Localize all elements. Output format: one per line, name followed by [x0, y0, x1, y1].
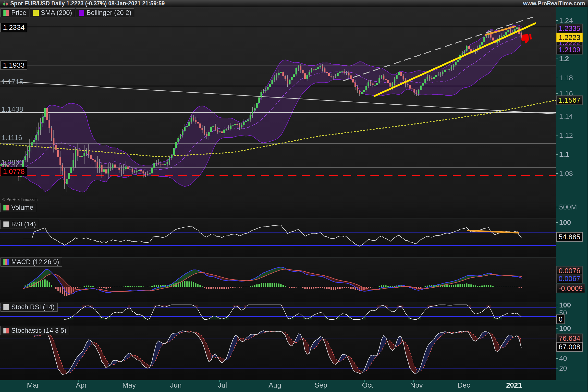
legend-label: Bollinger (20 2)	[86, 9, 131, 17]
legend-rsi[interactable]: RSI (14)	[0, 220, 39, 229]
month-label: Mar	[27, 381, 39, 389]
right-axis-label: 20	[559, 365, 567, 372]
right-axis-label: 1.14	[559, 113, 573, 120]
legend-label: Price	[11, 9, 26, 17]
legend-row: Volume	[0, 203, 36, 212]
price-level-label[interactable]: 1.0778	[0, 167, 27, 176]
right-axis-label: 1.2335	[556, 24, 583, 33]
right-axis-label: 1.2223	[556, 33, 583, 42]
chart-title-bar: Spot EUR/USD Daily 1.2223 (-0.37%) 08-Ja…	[0, 0, 588, 7]
right-axis-label: 100	[559, 325, 571, 332]
month-label: Apr	[76, 381, 87, 389]
price-swatch-icon	[4, 10, 9, 16]
macd-swatch-icon	[4, 259, 9, 265]
month-label: May	[122, 381, 136, 389]
legend-price[interactable]: Price	[0, 8, 30, 18]
price-level-label: 1.1116	[2, 134, 22, 141]
legend-row: RSI (14)	[0, 220, 39, 229]
price-level-label: 1.1438	[2, 106, 23, 113]
thumbs-down-annotation[interactable]	[520, 32, 533, 46]
right-axis-label: 0.0067	[556, 274, 583, 284]
trading-platform-window: Spot EUR/USD Daily 1.2223 (-0.37%) 08-Ja…	[0, 0, 588, 392]
month-label: Aug	[268, 381, 281, 389]
month-label: Jun	[170, 381, 182, 389]
right-axis-label: 1.24	[559, 17, 573, 24]
sma-swatch-icon	[33, 10, 39, 16]
stochrsi-swatch-icon	[4, 304, 9, 310]
volume-swatch-icon	[4, 205, 9, 210]
legend-row: PriceSMA (200)Bollinger (20 2)	[0, 8, 134, 18]
legend-stochrsi[interactable]: Stoch RSI (14)	[0, 302, 58, 312]
legend-label: RSI (14)	[11, 220, 36, 228]
legend-volume[interactable]: Volume	[0, 203, 36, 212]
right-axis-label: 1.18	[559, 74, 573, 82]
month-label: Sep	[314, 381, 327, 389]
bollinger-swatch-icon	[79, 10, 84, 16]
month-label: Dec	[458, 381, 470, 389]
legend-stoch[interactable]: Stochastic (14 3 5)	[0, 326, 69, 335]
price-level-label[interactable]: 1.2334	[0, 23, 27, 32]
right-axis-label: 1.1	[559, 151, 569, 158]
price-level-label: 1.1715	[2, 78, 23, 86]
right-axis-label: 54.885	[556, 232, 583, 242]
legend-label: SMA (200)	[41, 9, 72, 17]
right-axis-label: 500M	[559, 204, 577, 211]
right-axis-label: 100	[559, 219, 571, 226]
chart-canvas[interactable]	[0, 0, 588, 392]
month-label: 2021	[506, 381, 522, 389]
right-axis-label: -0.0009	[556, 284, 585, 293]
legend-row: MACD (12 26 9)	[0, 258, 62, 266]
legend-sma[interactable]: SMA (200)	[30, 8, 75, 18]
legend-label: Stochastic (14 3 5)	[11, 327, 66, 334]
right-axis-label: 0	[556, 314, 565, 324]
right-axis-label: 76.634	[556, 334, 583, 343]
month-label: Nov	[410, 381, 423, 389]
legend-label: Stoch RSI (14)	[11, 303, 55, 311]
legend-row: Stoch RSI (14)	[0, 302, 58, 312]
right-axis-label: 1.2	[559, 55, 569, 62]
month-label: Jul	[218, 381, 227, 389]
legend-label: Volume	[11, 204, 33, 212]
thumbs-down-icon	[520, 32, 533, 45]
website-link[interactable]: www.ProRealTime.com	[523, 0, 585, 7]
right-axis-label: 40	[559, 355, 567, 362]
candlestick-icon	[3, 1, 8, 6]
right-axis-label: 67.008	[556, 342, 583, 352]
rsi-swatch-icon	[4, 222, 9, 227]
legend-label: MACD (12 26 9)	[11, 258, 59, 266]
legend-row: Stochastic (14 3 5)	[0, 326, 69, 335]
legend-macd[interactable]: MACD (12 26 9)	[0, 258, 62, 266]
month-label: Oct	[362, 381, 373, 389]
right-axis-label: 1.1567	[556, 96, 583, 105]
right-axis-label: 1.12	[559, 132, 573, 139]
legend-bollinger[interactable]: Bollinger (20 2)	[76, 8, 134, 18]
right-axis-label: 1.08	[559, 170, 573, 177]
watermark: © ProRealTime.com	[2, 198, 38, 202]
chart-title: Spot EUR/USD Daily 1.2223 (-0.37%) 08-Ja…	[10, 0, 165, 7]
stoch-swatch-icon	[4, 328, 9, 334]
right-axis-label: 100	[559, 302, 571, 309]
right-axis-label: 1.2109	[556, 45, 583, 55]
price-level-label[interactable]: 1.1933	[0, 60, 27, 70]
price-level-label: 1.0860	[2, 159, 23, 166]
instrument-title-group: Spot EUR/USD Daily 1.2223 (-0.37%) 08-Ja…	[3, 0, 165, 7]
